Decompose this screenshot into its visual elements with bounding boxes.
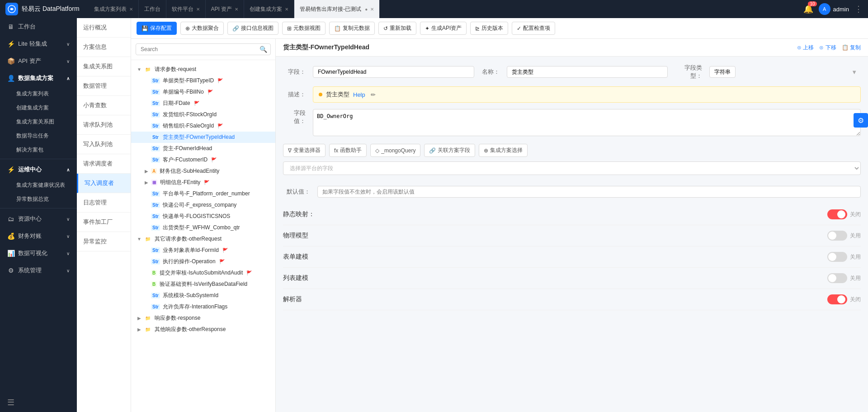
sidebar-item-ops[interactable]: ⚡ 运维中心 ∧: [0, 161, 77, 178]
tree-node-subhead[interactable]: ▶ A 财务信息-SubHeadEntity: [131, 166, 275, 177]
toggle-switch[interactable]: [827, 273, 847, 283]
panel-data-mgmt[interactable]: 数据管理: [77, 76, 131, 96]
close-icon[interactable]: ✕: [196, 7, 200, 12]
sidebar-item-dataviz[interactable]: 📊 数据可视化 ∨: [0, 245, 77, 262]
panel-anomaly-monitor[interactable]: 异常监控: [77, 232, 131, 251]
tree-node-fownerid[interactable]: Str 货主-FOwnerIdHead: [131, 143, 275, 154]
expand-icon[interactable]: ▶: [144, 169, 149, 174]
tree-node-verify-base[interactable]: B 验证基础资料-IsVerifyBaseDataField: [131, 279, 275, 290]
copy-meta-data-button[interactable]: 📋 复制元数据: [329, 22, 375, 35]
copy-button[interactable]: 📋 复制: [842, 44, 861, 52]
static-map-toggle[interactable]: 关闭: [827, 209, 861, 219]
expand-icon[interactable]: ▶: [144, 180, 149, 185]
source-select[interactable]: 选择源平台的字段: [283, 161, 861, 175]
tree-node-fstockorgid[interactable]: Str 发货组织-FStockOrgId: [131, 109, 275, 120]
tree-node-request-params[interactable]: ▼ 📁 请求参数-request: [131, 64, 275, 75]
tree-node-interation-flags[interactable]: Str 允许负库存-InterationFlags: [131, 301, 275, 313]
form-build-toggle[interactable]: 关用: [827, 252, 861, 262]
parser-toggle[interactable]: 关闭: [827, 294, 861, 304]
search-input[interactable]: [136, 43, 271, 55]
sidebar-item-workbench[interactable]: 🖥 工作台: [0, 18, 77, 35]
sidebar-item-solution-pkg[interactable]: 解决方案包: [13, 143, 77, 157]
tree-node-express-company[interactable]: Str 快递公司-F_express_company: [131, 199, 275, 211]
tab-software-platform[interactable]: 软件平台 ✕: [166, 0, 206, 18]
expand-icon[interactable]: ▶: [137, 316, 142, 321]
tab-api-assets[interactable]: API 资产 ✕: [206, 0, 245, 18]
related-field-button[interactable]: 🔗 关联方案字段: [424, 144, 475, 157]
tree-node-subsystemid[interactable]: Str 系统模块-SubSystemId: [131, 290, 275, 301]
history-version-button[interactable]: ⊵ 历史版本: [470, 22, 508, 35]
name-input[interactable]: [507, 66, 668, 78]
tree-node-formid[interactable]: Str 业务对象表单Id-FormId 🚩: [131, 245, 275, 256]
sidebar-item-integration-list[interactable]: 集成方案列表: [13, 87, 77, 101]
type-select[interactable]: 字符串: [709, 66, 736, 78]
big-data-merge-button[interactable]: ⊕ 大数据聚合: [180, 22, 224, 35]
reload-button[interactable]: ↺ 重新加载: [378, 22, 416, 35]
tab-create-integration[interactable]: 创建集成方案 ✕: [244, 0, 294, 18]
close-icon[interactable]: ✕: [129, 7, 133, 12]
panel-request-queue[interactable]: 请求队列池: [77, 115, 131, 135]
panel-integration-map[interactable]: 集成关系图: [77, 57, 131, 76]
notification-bell[interactable]: 🔔 10: [803, 4, 813, 14]
tree-node-fentity[interactable]: ▶ ⊞ 明细信息-FEntity 🚩: [131, 177, 275, 188]
sidebar-item-lite[interactable]: ⚡ Lite 轻集成 ∨: [0, 35, 77, 52]
expand-icon[interactable]: ▼: [137, 67, 142, 72]
sidebar-item-data-integration[interactable]: 👤 数据集成方案 ∧: [0, 70, 77, 87]
interface-info-view-button[interactable]: 🔗 接口信息视图: [227, 22, 278, 35]
list-build-toggle[interactable]: 关用: [827, 273, 861, 283]
move-down-button[interactable]: ⊙ 下移: [819, 44, 836, 52]
sidebar-item-sysmgmt[interactable]: ⚙ 系统管理 ∨: [0, 262, 77, 279]
settings-button[interactable]: ⚙: [854, 113, 868, 128]
tree-node-fdate[interactable]: Str 日期-FDate 🚩: [131, 98, 275, 109]
help-link[interactable]: Help: [353, 91, 365, 98]
func-helper-button[interactable]: fx 函数助手: [329, 144, 367, 157]
edit-icon[interactable]: ✏: [371, 91, 376, 98]
tab-workbench[interactable]: 工作台: [139, 0, 166, 18]
tab-manage-sales[interactable]: 管易销售出库对接-已测试 ● ✕: [294, 0, 380, 18]
tree-node-operation[interactable]: Str 执行的操作-Operation 🚩: [131, 256, 275, 267]
toggle-switch[interactable]: [827, 294, 847, 304]
sidebar-item-integration-map[interactable]: 集成方案关系图: [13, 115, 77, 129]
field-input[interactable]: [313, 66, 474, 78]
integration-select-button[interactable]: ⊕ 集成方案选择: [479, 144, 528, 157]
panel-write-queue[interactable]: 写入队列池: [77, 135, 131, 154]
more-options-icon[interactable]: ⋮: [854, 4, 863, 14]
tree-node-other-response[interactable]: ▶ 📁 其他响应参数-otherResponse: [131, 324, 275, 335]
move-up-button[interactable]: ⊙ 上移: [797, 44, 814, 52]
sidebar-item-health[interactable]: 集成方案健康状况表: [13, 178, 77, 192]
sidebar-item-resource[interactable]: 🗂 资源中心 ∨: [0, 210, 77, 227]
close-icon[interactable]: ✕: [235, 7, 238, 12]
logo[interactable]: 轻易云 DataPlatform: [5, 3, 80, 15]
panel-xiao-qing[interactable]: 小青查数: [77, 96, 131, 115]
tree-node-logistics[interactable]: Str 快递单号-FLOGISTICSNOS: [131, 211, 275, 222]
var-selector-button[interactable]: ∇ 变量选择器: [283, 144, 326, 157]
close-icon[interactable]: ✕: [285, 7, 288, 12]
sidebar-item-create-integration[interactable]: 创建集成方案: [13, 101, 77, 115]
panel-scheme-info[interactable]: 方案信息: [77, 38, 131, 57]
close-icon[interactable]: ✕: [370, 7, 374, 12]
tree-node-fcustomerid[interactable]: Str 客户-FCustomerID 🚩: [131, 154, 275, 166]
menu-toggle[interactable]: ☰: [0, 393, 77, 412]
user-menu[interactable]: A admin: [819, 3, 849, 15]
sidebar-item-api[interactable]: 📦 API 资产 ∨: [0, 52, 77, 70]
tree-node-fbillno[interactable]: Str 单据编号-FBillNo 🚩: [131, 86, 275, 98]
sidebar-item-anomaly[interactable]: 异常数据总览: [13, 192, 77, 206]
field-value-textarea[interactable]: BD_OwnerOrg: [313, 109, 861, 136]
tree-node-fsaleorgid[interactable]: Str 销售组织-FSaleOrgId 🚩: [131, 120, 275, 132]
tree-node-other-request[interactable]: ▼ 📁 其它请求参数-otherRequest: [131, 233, 275, 245]
panel-request-viewer[interactable]: 请求调度者: [77, 154, 131, 174]
toggle-switch[interactable]: [827, 209, 847, 219]
toggle-switch[interactable]: [827, 231, 847, 241]
default-value-input[interactable]: [317, 186, 861, 198]
gen-api-button[interactable]: ✦ 生成API资产: [420, 22, 467, 35]
tab-integration-list[interactable]: 集成方案列表 ✕: [89, 0, 139, 18]
mongo-query-button[interactable]: ◇ _mongoQuery: [370, 144, 420, 157]
search-icon[interactable]: 🔍: [259, 46, 267, 53]
meta-data-view-button[interactable]: ⊞ 元数据视图: [282, 22, 326, 35]
tree-node-fbilltypeid[interactable]: Str 单据类型-FBillTypeID 🚩: [131, 75, 275, 86]
tree-node-platform-order[interactable]: Str 平台单号-F_Platform_order_number: [131, 188, 275, 199]
panel-write-viewer[interactable]: 写入调度者: [77, 174, 131, 193]
config-check-button[interactable]: ✓ 配置检查项: [512, 22, 555, 35]
tree-node-fownertype[interactable]: Str 货主类型-FOwnerTypeIdHead: [131, 132, 275, 143]
expand-icon[interactable]: ▼: [137, 237, 142, 242]
